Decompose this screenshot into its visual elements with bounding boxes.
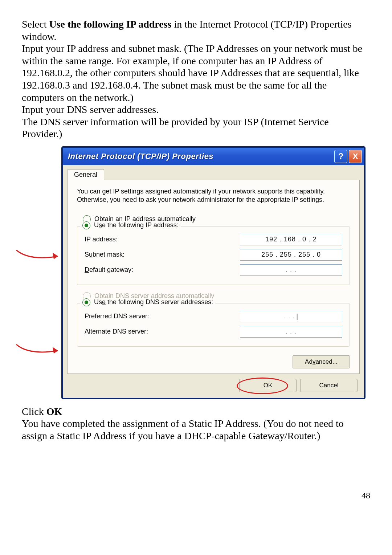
- help-button[interactable]: ?: [334, 150, 347, 163]
- radio-icon: [82, 298, 90, 306]
- close-icon: X: [353, 152, 358, 161]
- intro-p2: Input your IP address and subnet mask. (…: [22, 43, 362, 103]
- help-icon: ?: [338, 151, 344, 162]
- intro-p3: Input your DNS server addresses.: [22, 104, 159, 115]
- intro-p1-bold: Use the following IP address: [49, 19, 171, 30]
- ip-address-input[interactable]: 192 . 168 . 0 . 2: [240, 234, 342, 245]
- use-dns-radio-row[interactable]: Use the following DNS server addresses:: [80, 298, 215, 306]
- close-button[interactable]: X: [349, 150, 362, 163]
- annotation-arrow-1: [15, 248, 69, 263]
- click-bold: OK: [46, 406, 62, 417]
- page-number: 48: [362, 491, 370, 501]
- use-ip-radio-row[interactable]: Use the following IP address:: [80, 221, 181, 229]
- radio-icon: [82, 221, 90, 229]
- outro-text: Click OK You have completed the assignme…: [22, 405, 370, 442]
- ip-address-label: IP address:: [85, 236, 240, 243]
- dialog-title: Internet Protocol (TCP/IP) Properties: [68, 152, 333, 161]
- alternate-dns-input[interactable]: . . .: [240, 326, 342, 338]
- tcpip-properties-dialog: Internet Protocol (TCP/IP) Properties ? …: [62, 147, 365, 399]
- tab-general[interactable]: General: [67, 169, 104, 180]
- subnet-mask-label: Subnet mask:: [85, 251, 240, 258]
- dns-fieldset: Use the following DNS server addresses: …: [77, 303, 350, 347]
- ip-fieldset: Use the following IP address: IP address…: [77, 226, 350, 285]
- intro-text: Select Use the following IP address in t…: [22, 18, 370, 140]
- preferred-dns-label: Preferred DNS server:: [85, 313, 240, 320]
- alternate-dns-label: Alternate DNS server:: [85, 328, 240, 335]
- tab-strip: General: [63, 165, 364, 180]
- general-panel: You can get IP settings assigned automat…: [67, 180, 360, 374]
- titlebar: Internet Protocol (TCP/IP) Properties ? …: [63, 148, 364, 165]
- intro-p4: The DNS server information will be provi…: [22, 116, 329, 140]
- annotation-arrow-2: [15, 343, 69, 357]
- ok-button[interactable]: OK: [239, 379, 297, 392]
- click-pre: Click: [22, 406, 46, 417]
- svg-marker-0: [53, 253, 58, 259]
- intro-p1-pre: Select: [22, 19, 49, 30]
- default-gateway-input[interactable]: . . .: [240, 264, 342, 276]
- advanced-button[interactable]: Advanced...: [293, 355, 350, 368]
- cancel-button[interactable]: Cancel: [300, 379, 358, 392]
- outro-done: You have completed the assignment of a S…: [22, 418, 344, 441]
- subnet-mask-input[interactable]: 255 . 255 . 255 . 0: [240, 249, 342, 261]
- default-gateway-label: Default gateway:: [85, 266, 240, 274]
- svg-marker-1: [53, 347, 58, 354]
- preferred-dns-input[interactable]: . . .: [240, 311, 342, 322]
- panel-description: You can get IP settings assigned automat…: [77, 187, 350, 204]
